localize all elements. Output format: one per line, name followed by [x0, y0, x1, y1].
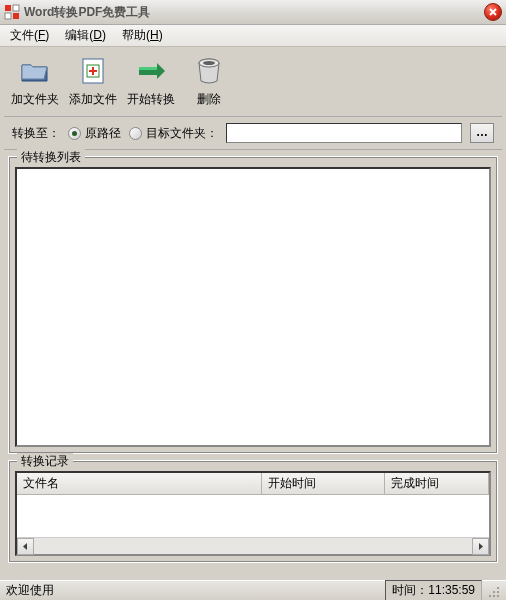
add-file-button[interactable]: 添加文件 — [68, 55, 118, 108]
chevron-right-icon — [477, 543, 484, 550]
pending-list-legend: 待转换列表 — [17, 149, 85, 166]
browse-button[interactable]: … — [470, 123, 494, 143]
menubar: 文件(F) 编辑(D) 帮助(H) — [0, 25, 506, 47]
menu-edit[interactable]: 编辑(D) — [59, 25, 112, 46]
content-area: 加文件夹 添加文件 开始转换 — [0, 47, 506, 573]
menu-file[interactable]: 文件(F) — [4, 25, 55, 46]
menu-help[interactable]: 帮助(H) — [116, 25, 169, 46]
status-time: 时间：11:35:59 — [385, 580, 482, 600]
file-plus-icon — [77, 55, 109, 87]
radio-target-label: 目标文件夹： — [146, 125, 218, 142]
statusbar: 欢迎使用 时间：11:35:59 — [0, 580, 506, 600]
col-end-time[interactable]: 完成时间 — [385, 473, 489, 494]
toolbar: 加文件夹 添加文件 开始转换 — [4, 51, 502, 117]
records-legend: 转换记录 — [17, 453, 73, 470]
col-start-time[interactable]: 开始时间 — [262, 473, 385, 494]
delete-icon — [193, 55, 225, 87]
svg-rect-1 — [13, 5, 19, 11]
svg-rect-2 — [5, 13, 11, 19]
horizontal-scrollbar[interactable] — [17, 537, 489, 554]
scroll-left-button[interactable] — [17, 538, 34, 555]
status-welcome: 欢迎使用 — [6, 582, 385, 599]
radio-icon — [129, 127, 142, 140]
svg-rect-11 — [139, 67, 157, 70]
col-filename[interactable]: 文件名 — [17, 473, 262, 494]
svg-point-18 — [489, 595, 491, 597]
start-convert-button[interactable]: 开始转换 — [126, 55, 176, 108]
radio-icon — [68, 127, 81, 140]
close-icon — [488, 7, 498, 17]
records-table: 文件名 开始时间 完成时间 — [15, 471, 491, 556]
destination-row: 转换至： 原路径 目标文件夹： … — [4, 117, 502, 150]
chevron-left-icon — [22, 543, 29, 550]
delete-button[interactable]: 删除 — [184, 55, 234, 108]
svg-point-19 — [493, 595, 495, 597]
svg-point-20 — [497, 595, 499, 597]
dest-label: 转换至： — [12, 125, 60, 142]
window-title: Word转换PDF免费工具 — [24, 4, 484, 21]
add-folder-button[interactable]: 加文件夹 — [10, 55, 60, 108]
svg-point-14 — [203, 61, 215, 65]
records-header: 文件名 开始时间 完成时间 — [17, 473, 489, 495]
svg-rect-3 — [13, 13, 19, 19]
convert-icon — [135, 55, 167, 87]
folder-icon — [19, 55, 51, 87]
resize-grip-icon[interactable] — [486, 584, 500, 598]
scroll-right-button[interactable] — [472, 538, 489, 555]
pending-listbox[interactable] — [15, 167, 491, 447]
pending-list-fieldset: 待转换列表 — [8, 156, 498, 454]
target-folder-input[interactable] — [226, 123, 462, 143]
close-button[interactable] — [484, 3, 502, 21]
scroll-track[interactable] — [34, 538, 472, 554]
svg-point-16 — [493, 591, 495, 593]
radio-original-label: 原路径 — [85, 125, 121, 142]
titlebar: Word转换PDF免费工具 — [0, 0, 506, 25]
svg-point-15 — [497, 587, 499, 589]
records-fieldset: 转换记录 文件名 开始时间 完成时间 — [8, 460, 498, 563]
radio-target-folder[interactable]: 目标文件夹： — [129, 125, 218, 142]
svg-rect-0 — [5, 5, 11, 11]
app-icon — [4, 4, 20, 20]
svg-point-17 — [497, 591, 499, 593]
radio-original-path[interactable]: 原路径 — [68, 125, 121, 142]
records-body[interactable] — [17, 495, 489, 537]
